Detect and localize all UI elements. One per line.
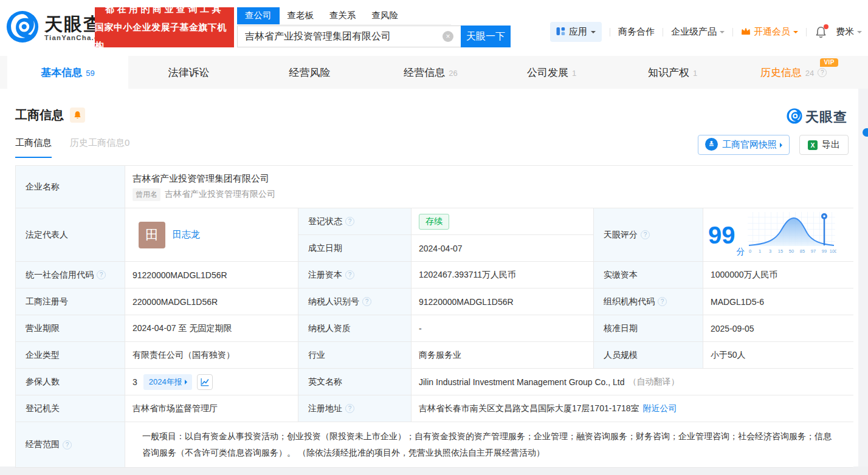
insured-label: 参保人数: [16, 369, 125, 395]
annual-report-label: 2024年报: [149, 377, 182, 388]
help-icon[interactable]: [658, 297, 667, 306]
en-name: Jilin Industrial Investment Management G…: [419, 377, 625, 387]
chevron-down-icon: [591, 31, 596, 36]
page-bottom-edge: [0, 466, 868, 475]
org-code-label: 组织机构代码: [594, 289, 703, 315]
svg-text:50: 50: [788, 248, 793, 254]
help-icon[interactable]: [63, 440, 72, 449]
org-code-value: MADGL1D5-6: [703, 289, 853, 315]
tab-label: 历史信息: [760, 66, 802, 80]
svg-text:3: 3: [768, 248, 771, 254]
clear-search-icon[interactable]: ×: [443, 31, 453, 42]
tab-history-info[interactable]: VIP 历史信息 24: [733, 56, 854, 89]
svg-text:100: 100: [829, 248, 836, 254]
stamp-icon: [705, 138, 718, 152]
user-menu[interactable]: 费米: [836, 26, 862, 38]
help-icon[interactable]: [345, 404, 354, 413]
subtab-business-info[interactable]: 工商信息: [15, 137, 52, 158]
tab-intellectual-property[interactable]: 知识产权 1: [612, 56, 733, 89]
vip-label: 开通会员: [754, 26, 790, 38]
insured-trend-chart-button[interactable]: [197, 374, 213, 390]
help-icon[interactable]: [345, 270, 354, 279]
search-tab-risk[interactable]: 查风险: [364, 7, 407, 24]
chevron-down-icon: [857, 31, 862, 36]
help-icon[interactable]: [641, 230, 650, 239]
reg-status-label: 登记状态: [298, 208, 412, 235]
address-cell: 吉林省长春市南关区文昌路文昌国际大厦17层1701-1718室 附近公司: [412, 395, 853, 422]
chevron-down-icon: [793, 31, 798, 36]
tab-legal[interactable]: 法律诉讼: [128, 56, 249, 89]
search-tabs: 查公司 查老板 查关系 查风险: [237, 7, 451, 25]
apps-menu[interactable]: 应用: [550, 22, 602, 42]
search-tab-boss[interactable]: 查老板: [280, 7, 322, 24]
company-type-value: 有限责任公司（国有独资）: [125, 342, 298, 369]
auto-translate-note: （自动翻译）: [629, 377, 680, 388]
reg-status-cell: 存续: [412, 208, 594, 235]
help-icon[interactable]: [362, 297, 371, 306]
tab-label: 知识产权: [648, 66, 689, 80]
notification-bell-icon[interactable]: [815, 26, 828, 39]
help-icon[interactable]: [345, 217, 354, 226]
score-unit: 分: [737, 247, 745, 258]
watermark-text: 天眼查: [805, 108, 847, 126]
former-name-tag: 曾用名: [133, 188, 160, 201]
tab-company-development[interactable]: 公司发展 1: [491, 56, 612, 89]
authority-value: 吉林省市场监督管理厅: [125, 395, 298, 422]
official-snapshot-button[interactable]: 工商官网快照: [698, 135, 790, 155]
chevron-down-icon: [720, 31, 725, 36]
search-area: 查公司 查老板 查关系 查风险 × 天眼一下: [237, 7, 511, 47]
tianyancha-swirl-icon: [6, 10, 39, 46]
open-vip-menu[interactable]: 开通会员: [741, 26, 798, 38]
enterprise-product-menu[interactable]: 企业级产品: [671, 26, 725, 38]
svg-text:15: 15: [777, 248, 782, 254]
en-name-label: 英文名称: [298, 369, 412, 395]
help-icon[interactable]: [818, 68, 827, 77]
tab-label: 经营风险: [289, 66, 331, 80]
search-button[interactable]: 天眼一下: [461, 26, 511, 47]
notification-dot: [824, 24, 828, 29]
industry-value: 商务服务业: [412, 342, 594, 369]
reg-no-value: 220000MADGL1D56R: [125, 289, 298, 315]
export-label: 导出: [822, 139, 840, 151]
tab-operating-risk[interactable]: 经营风险: [249, 56, 370, 89]
biz-cooperation-link[interactable]: 商务合作: [618, 26, 655, 38]
term-value: 2024-04-07 至 无固定期限: [125, 315, 298, 342]
nav-divider: [610, 28, 610, 36]
industry-label: 行业: [298, 342, 412, 369]
paid-capital-label: 实缴资本: [594, 262, 703, 289]
insured-cell: 3 2024年报: [125, 369, 298, 395]
insured-count: 3: [133, 377, 137, 387]
svg-text:0: 0: [748, 248, 751, 254]
taxpayer-id-label: 纳税人识别号: [298, 289, 412, 315]
tab-label: 经营信息: [404, 66, 445, 80]
annual-report-pill[interactable]: 2024年报: [143, 374, 192, 390]
search-tab-relation[interactable]: 查关系: [322, 7, 364, 24]
scope-label: 经营范围: [16, 422, 125, 467]
export-button[interactable]: 导出: [799, 135, 849, 155]
floating-widget[interactable]: [863, 128, 868, 137]
legal-rep-link[interactable]: 田志龙: [173, 229, 200, 241]
tab-count: 24: [805, 69, 814, 78]
watermark-swirl-icon: [787, 108, 802, 126]
tab-operating-info[interactable]: 经营信息 26: [370, 56, 491, 89]
former-name: 吉林省产业投资管理有限公司: [165, 189, 275, 200]
tab-basic-info[interactable]: 基本信息 59: [7, 56, 128, 89]
enterprise-label: 企业级产品: [671, 26, 717, 38]
nearby-companies-link[interactable]: 附近公司: [643, 403, 677, 414]
tab-count: 59: [86, 69, 94, 78]
taxpayer-qual-label: 纳税人资质: [298, 315, 412, 342]
taxpayer-id-value: 91220000MADGL1D56R: [412, 289, 594, 315]
help-icon[interactable]: [97, 270, 106, 279]
search-tab-company[interactable]: 查公司: [237, 7, 280, 24]
taxpayer-qual-value: -: [412, 315, 594, 342]
en-name-cell: Jilin Industrial Investment Management G…: [412, 369, 853, 395]
tianyancha-watermark: 天眼查: [787, 108, 847, 126]
scope-text: 一般项目：以自有资金从事投资活动；创业投资（限投资未上市企业）；自有资金投资的资…: [133, 422, 846, 467]
search-input[interactable]: [237, 26, 461, 47]
subscribe-bell-icon[interactable]: [70, 108, 85, 123]
legal-rep-avatar[interactable]: 田: [139, 222, 165, 248]
subtab-history-business-info[interactable]: 历史工商信息0: [70, 137, 129, 157]
paid-capital-value: 1000000万人民币: [703, 262, 853, 289]
svg-text:99: 99: [821, 248, 826, 254]
staff-size-value: 小于50人: [703, 342, 853, 369]
